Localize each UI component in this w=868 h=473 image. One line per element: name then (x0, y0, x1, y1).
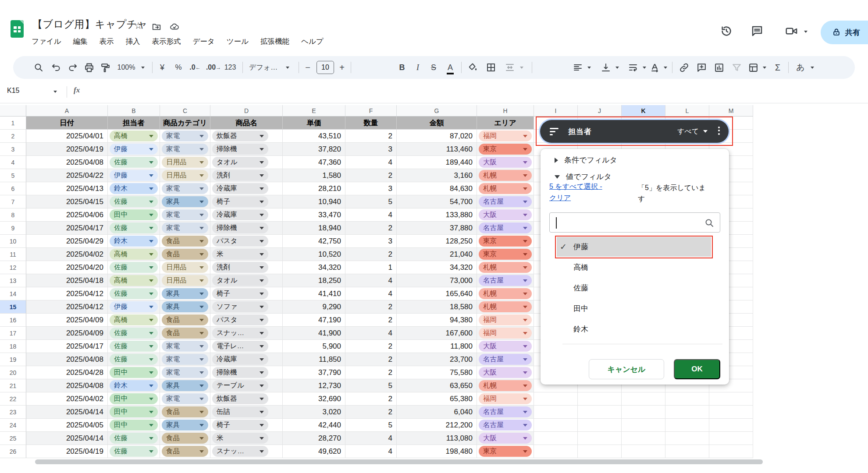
dropdown-chip[interactable]: 田中 (110, 209, 158, 220)
column-header-D[interactable]: D (210, 105, 283, 116)
dropdown-chip[interactable]: 田中 (110, 367, 158, 378)
grid-cell[interactable]: 大阪 (477, 340, 534, 353)
dropdown-chip[interactable]: 東京 (479, 236, 532, 247)
filter-value-item[interactable]: 田中 (541, 298, 729, 319)
grid-cell[interactable]: 佐藤 (108, 340, 160, 353)
filter-by-condition-row[interactable]: 条件でフィルタ (555, 155, 617, 165)
name-box-caret-icon[interactable] (53, 91, 57, 93)
grid-cell[interactable]: 2025/04/05 (26, 419, 108, 432)
grid-cell[interactable]: 家具 (160, 300, 210, 314)
filter-value-item[interactable]: 鈴木 (541, 319, 729, 339)
grid-cell[interactable]: 47,360 (283, 156, 345, 169)
grid-cell[interactable]: 2025/04/20 (26, 261, 108, 274)
grid-cell[interactable]: 伊藤 (108, 143, 160, 156)
dropdown-chip[interactable]: パスタ (212, 236, 268, 247)
grid-cell[interactable]: 3,020 (283, 406, 345, 419)
dropdown-chip[interactable]: 伊藤 (110, 170, 158, 181)
select-all-corner[interactable] (0, 105, 26, 116)
font-size-field[interactable]: 10 (316, 56, 335, 79)
text-wrap-icon[interactable] (626, 56, 640, 79)
grid-cell[interactable] (709, 445, 753, 458)
grid-cell[interactable]: 2025/04/01 (26, 130, 108, 143)
grid-cell[interactable]: 掃除機 (210, 143, 283, 156)
decrease-font-size-button[interactable]: − (302, 56, 314, 79)
name-box[interactable]: K15 (7, 87, 19, 95)
grid-cell[interactable]: 2025/04/15 (26, 195, 108, 208)
grid-cell[interactable]: 食品 (160, 445, 210, 458)
formula-input[interactable] (88, 85, 833, 99)
dropdown-chip[interactable]: 家電 (162, 209, 208, 220)
dropdown-chip[interactable]: 名古屋 (479, 222, 532, 233)
grid-cell[interactable]: 椅子 (210, 419, 283, 432)
dropdown-chip[interactable]: 高橋 (110, 131, 158, 141)
menu-file[interactable]: ファイル (32, 37, 61, 46)
grid-cell[interactable] (665, 419, 709, 432)
grid-cell[interactable]: 2025/04/12 (26, 287, 108, 300)
grid-cell[interactable]: 47,190 (283, 314, 345, 327)
grid-cell[interactable]: 18,250 (283, 274, 345, 287)
grid-cell[interactable]: 2025/04/06 (26, 208, 108, 222)
grid-cell[interactable]: 2025/04/02 (26, 392, 108, 406)
filter-value-item[interactable]: ✓伊藤 (541, 236, 729, 257)
grid-cell[interactable]: 日用品 (160, 156, 210, 169)
grid-cell[interactable]: 食品 (160, 248, 210, 261)
filter-value-item[interactable]: 佐藤 (541, 278, 729, 298)
grid-cell[interactable]: 2 (345, 130, 397, 143)
grid-cell[interactable]: 113,460 (397, 143, 477, 156)
row-header-25[interactable]: 25 (0, 432, 26, 445)
grid-cell[interactable]: 高橋 (108, 248, 160, 261)
dropdown-chip[interactable]: 札幌 (479, 262, 532, 273)
fill-color-icon[interactable] (465, 56, 480, 79)
grid-cell[interactable]: 128,250 (397, 235, 477, 248)
grid-cell[interactable]: 札幌 (477, 379, 534, 392)
grid-cell[interactable]: 87,020 (397, 130, 477, 143)
dropdown-chip[interactable]: 大阪 (479, 157, 532, 168)
grid-cell[interactable] (578, 445, 622, 458)
row-header-2[interactable]: 2 (0, 130, 26, 143)
grid-cell[interactable]: 椅子 (210, 195, 283, 208)
dropdown-chip[interactable]: 田中 (110, 406, 158, 417)
table-header-cell[interactable]: 金額 (397, 116, 477, 130)
dropdown-chip[interactable]: 家電 (162, 144, 208, 155)
insert-chart-icon[interactable] (711, 56, 727, 79)
grid-cell[interactable]: 42,750 (283, 235, 345, 248)
dropdown-chip[interactable]: 福岡 (479, 328, 532, 339)
dropdown-chip[interactable]: 椅子 (212, 196, 268, 207)
dropdown-chip[interactable]: 大阪 (479, 209, 532, 220)
bold-button[interactable]: B (395, 56, 409, 79)
grid-cell[interactable]: 2 (345, 222, 397, 235)
table-header-cell[interactable]: 数量 (345, 116, 397, 130)
grid-cell[interactable]: 食品 (160, 406, 210, 419)
grid-cell[interactable]: 田中 (108, 406, 160, 419)
grid-cell[interactable]: 5 (345, 419, 397, 432)
grid-cell[interactable]: 札幌 (477, 169, 534, 182)
grid-cell[interactable]: 2025/04/12 (26, 300, 108, 314)
dropdown-chip[interactable]: 名古屋 (479, 406, 532, 417)
column-header-J[interactable]: J (578, 105, 622, 116)
dropdown-chip[interactable]: 札幌 (479, 301, 532, 312)
grid-cell[interactable]: 2025/04/14 (26, 406, 108, 419)
grid-cell[interactable]: 11,850 (283, 353, 345, 366)
grid-cell[interactable]: 165,640 (397, 287, 477, 300)
grid-cell[interactable]: 家電 (160, 366, 210, 379)
grid-cell[interactable]: 198,480 (397, 445, 477, 458)
dropdown-chip[interactable]: 食品 (162, 446, 208, 457)
italic-button[interactable]: I (410, 56, 425, 79)
grid-cell[interactable]: 28,270 (283, 432, 345, 445)
dropdown-chip[interactable]: 洗剤 (212, 170, 268, 181)
grid-cell[interactable]: 1 (345, 261, 397, 274)
comments-icon[interactable] (751, 25, 764, 38)
grid-cell[interactable]: ソファ (210, 300, 283, 314)
number-format-button[interactable]: 123 (222, 56, 238, 79)
grid-cell[interactable]: 94,380 (397, 314, 477, 327)
grid-cell[interactable]: 54,700 (397, 195, 477, 208)
grid-cell[interactable]: 84,630 (397, 182, 477, 195)
row-header-22[interactable]: 22 (0, 392, 26, 406)
dropdown-chip[interactable]: 東京 (479, 446, 532, 457)
row-header-3[interactable]: 3 (0, 143, 26, 156)
row-header-19[interactable]: 19 (0, 353, 26, 366)
grid-cell[interactable]: 東京 (477, 235, 534, 248)
dropdown-chip[interactable]: タオル (212, 157, 268, 168)
grid-cell[interactable]: 18,940 (283, 222, 345, 235)
cloud-saved-icon[interactable] (169, 22, 180, 32)
